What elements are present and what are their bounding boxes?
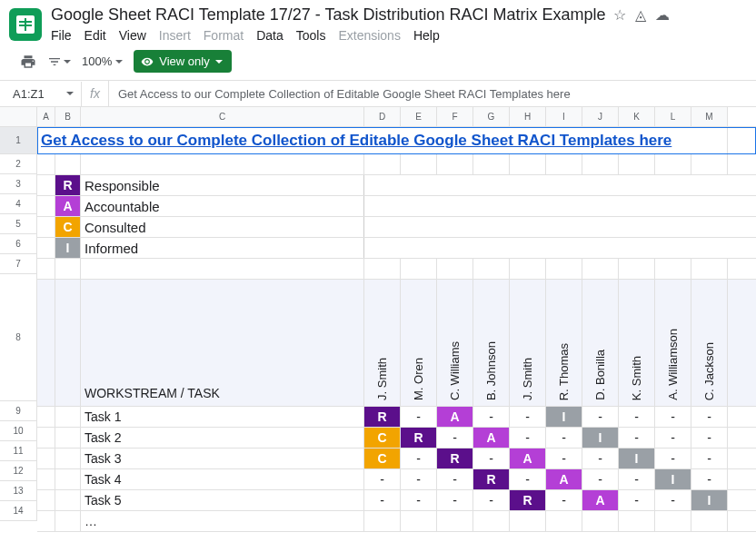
cell[interactable] [582,196,619,216]
row-header[interactable]: 11 [0,441,36,461]
cell[interactable]: - [619,490,655,510]
cell[interactable] [37,428,55,448]
row-header[interactable]: 10 [0,421,36,441]
cell[interactable] [37,196,55,216]
cell[interactable] [619,175,655,195]
task-name[interactable]: Task 5 [81,490,364,510]
task-name[interactable]: Task 1 [81,407,364,427]
cell[interactable] [364,259,401,279]
cell[interactable] [37,511,55,531]
row-header[interactable]: 1 [0,127,36,154]
cell[interactable] [582,154,619,174]
cell[interactable] [691,154,728,174]
move-icon[interactable]: ◬ [635,6,646,24]
cell[interactable] [510,217,546,237]
cell[interactable] [37,469,55,489]
menu-edit[interactable]: Edit [85,28,106,43]
cell[interactable] [546,154,582,174]
cell[interactable]: R [437,448,473,468]
cell[interactable] [55,469,81,489]
cell[interactable]: R [364,407,401,427]
cell[interactable]: J. Smith [510,279,546,406]
cell[interactable]: Get Access to our Complete Collection of… [37,127,728,154]
cell[interactable]: R [510,490,546,510]
cell[interactable]: - [473,407,510,427]
cell[interactable] [655,175,691,195]
cell[interactable]: - [546,490,582,510]
sheets-logo[interactable] [9,8,42,41]
cell[interactable] [473,217,510,237]
cell[interactable]: - [691,428,728,448]
view-only-button[interactable]: View only [134,50,231,73]
cell[interactable] [510,154,546,174]
cell[interactable]: - [691,448,728,468]
filter-icon[interactable] [47,54,71,69]
cell[interactable]: A [510,448,546,468]
cell[interactable]: Consulted [81,217,364,237]
col-header[interactable]: H [510,107,546,126]
task-name[interactable]: … [81,511,364,531]
cell[interactable]: - [401,469,437,489]
cell[interactable]: J. Smith [364,279,401,406]
cell[interactable]: - [655,448,691,468]
cell[interactable] [510,511,546,531]
cell[interactable] [582,511,619,531]
cell[interactable] [473,238,510,258]
cell[interactable] [401,259,437,279]
cell[interactable] [691,259,728,279]
cell[interactable] [37,154,55,174]
cell[interactable]: - [510,407,546,427]
cell[interactable]: - [582,448,619,468]
cell[interactable]: - [619,407,655,427]
cell[interactable] [582,217,619,237]
row-header[interactable]: 4 [0,194,36,214]
cell[interactable] [473,511,510,531]
cell[interactable] [55,154,81,174]
cell[interactable] [619,511,655,531]
col-header[interactable]: C [81,107,364,126]
cell[interactable] [37,279,55,406]
task-name[interactable]: Task 2 [81,428,364,448]
cell[interactable]: Responsible [81,175,364,195]
cell[interactable] [437,196,473,216]
col-header[interactable]: F [437,107,473,126]
access-link[interactable]: Get Access to our Complete Collection of… [41,132,671,150]
cell[interactable]: I [546,407,582,427]
cell[interactable]: - [510,469,546,489]
row-header[interactable]: 8 [0,274,36,401]
cell[interactable] [619,154,655,174]
cell[interactable]: I [655,469,691,489]
cell[interactable] [546,175,582,195]
cell[interactable]: - [546,428,582,448]
cell[interactable]: A. Williamson [655,279,691,406]
cell[interactable] [691,217,728,237]
cell[interactable] [582,175,619,195]
cell[interactable]: - [401,448,437,468]
task-name[interactable]: Task 3 [81,448,364,468]
cell[interactable] [473,196,510,216]
cell[interactable] [546,259,582,279]
cell[interactable]: I [55,238,81,258]
cell[interactable]: K. Smith [619,279,655,406]
row-header[interactable]: 12 [0,461,36,481]
cell[interactable] [55,448,81,468]
cell[interactable] [37,238,55,258]
cell[interactable]: R [55,175,81,195]
cell[interactable]: WORKSTREAM / TASK [81,279,364,406]
menu-tools[interactable]: Tools [296,28,326,43]
cell[interactable] [55,428,81,448]
cell[interactable]: - [546,448,582,468]
row-header[interactable]: 2 [0,154,36,174]
cell[interactable] [55,407,81,427]
cell[interactable]: I [691,490,728,510]
cell[interactable]: B. Johnson [473,279,510,406]
cell[interactable]: - [473,490,510,510]
cell[interactable] [37,175,55,195]
cell[interactable] [691,511,728,531]
cell[interactable] [655,238,691,258]
cell[interactable] [401,217,437,237]
cell[interactable]: A [546,469,582,489]
menu-help[interactable]: Help [413,28,440,43]
row-header[interactable]: 14 [0,501,36,521]
cell[interactable]: - [655,407,691,427]
